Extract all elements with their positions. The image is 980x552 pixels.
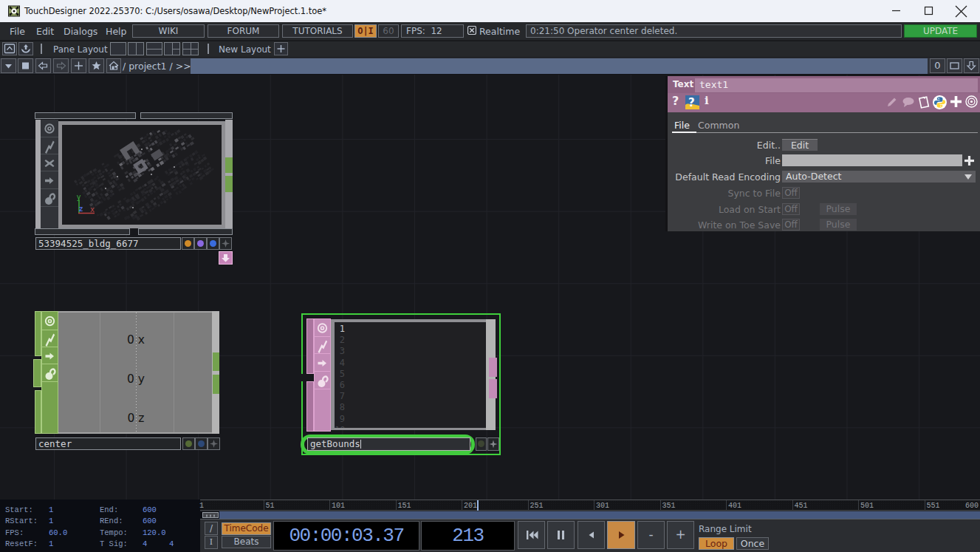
- beats-button[interactable]: Beats: [222, 536, 271, 548]
- close-icon[interactable]: [956, 6, 967, 17]
- update-button[interactable]: UPDATE: [904, 24, 977, 38]
- new-layout-add-button[interactable]: [274, 42, 288, 55]
- comment-bubble-icon[interactable]: [902, 97, 915, 108]
- play-button[interactable]: [607, 521, 635, 549]
- back-button[interactable]: [35, 58, 51, 73]
- chop-output-connector-1[interactable]: [213, 352, 219, 371]
- timeline-ruler[interactable]: 151101151201251301351401451501551600: [200, 500, 980, 511]
- timeline-range-bar[interactable]: [200, 511, 980, 519]
- bullseye-icon[interactable]: [965, 95, 978, 108]
- forward-button[interactable]: [53, 58, 69, 73]
- dat-output-connector-2[interactable]: [489, 379, 497, 398]
- file-input[interactable]: [782, 154, 962, 166]
- geo-top-tab-left[interactable]: [35, 112, 136, 119]
- chop-input-connector[interactable]: [33, 359, 41, 387]
- menu-file[interactable]: File: [10, 26, 25, 37]
- maximize-pane-button[interactable]: [2, 42, 17, 55]
- layout-single-button[interactable]: [110, 42, 126, 55]
- sync-toggle[interactable]: Off: [782, 187, 800, 199]
- export-flag[interactable]: [315, 355, 330, 372]
- bomb-flag[interactable]: [42, 365, 58, 382]
- geo-top-tab-right[interactable]: [140, 112, 233, 119]
- python-icon[interactable]: [933, 95, 947, 109]
- node-getbounds-selection[interactable]: 12345678910 getBounds: [301, 313, 501, 455]
- step-back-button[interactable]: -: [637, 521, 665, 549]
- menu-dialogs[interactable]: Dialogs: [64, 26, 97, 37]
- timecode-button[interactable]: TimeCode: [222, 522, 271, 535]
- wiki-button[interactable]: WIKI: [132, 24, 205, 38]
- viewer-active-flag[interactable]: [42, 312, 58, 330]
- geo-output-connector-2[interactable]: [225, 176, 233, 192]
- tab-file[interactable]: File: [674, 120, 690, 131]
- dat-left-tab-2[interactable]: [306, 381, 314, 432]
- geo-color-orange[interactable]: [182, 237, 194, 250]
- dat-color-dot[interactable]: [476, 437, 487, 451]
- tutorials-button[interactable]: TUTORIALS: [282, 24, 353, 38]
- pencil-icon[interactable]: [886, 96, 898, 108]
- write-toggle[interactable]: Off: [782, 219, 800, 231]
- chop-left-tab-1[interactable]: [35, 311, 41, 356]
- frames-mode-button[interactable]: /: [205, 522, 218, 535]
- info-icon[interactable]: i: [705, 94, 709, 107]
- layout-quad-button[interactable]: [182, 42, 199, 55]
- export-flag[interactable]: [42, 348, 58, 364]
- geo-output-connector-1[interactable]: [225, 157, 233, 173]
- reset-button[interactable]: [518, 521, 545, 549]
- beam-mode-button[interactable]: I: [205, 536, 218, 549]
- rename-input[interactable]: getBounds: [307, 437, 470, 451]
- play-reverse-button[interactable]: [578, 521, 605, 549]
- chop-color-blue[interactable]: [195, 437, 208, 450]
- dat-viewer[interactable]: 12345678910: [331, 319, 486, 430]
- python-help-icon[interactable]: ?: [685, 95, 699, 109]
- add-operator-button[interactable]: [71, 58, 86, 73]
- dat-comment-add[interactable]: [487, 437, 499, 451]
- edit-button[interactable]: Edit: [782, 139, 818, 151]
- bomb-flag[interactable]: [315, 372, 330, 389]
- chop-color-green[interactable]: [182, 437, 195, 450]
- chop-body[interactable]: 0 x 0 y 0 z: [58, 311, 212, 434]
- help-icon[interactable]: ?: [672, 94, 679, 108]
- children-count-button[interactable]: 0: [930, 58, 945, 73]
- chop-node-name[interactable]: center: [35, 437, 181, 450]
- write-pulse-button[interactable]: Pulse: [820, 219, 857, 231]
- node-center[interactable]: 0 x 0 y 0 z center: [33, 310, 219, 525]
- chop-left-tab-2[interactable]: [35, 390, 41, 434]
- realtime-label[interactable]: Realtime: [479, 26, 520, 37]
- dive-down-button[interactable]: [964, 58, 979, 73]
- fps-box[interactable]: FPS: 12: [401, 24, 464, 38]
- realtime-checkbox[interactable]: [467, 26, 476, 35]
- range-fill[interactable]: [219, 511, 980, 519]
- once-button[interactable]: Once: [736, 537, 769, 550]
- chop-comment-add[interactable]: [208, 437, 220, 450]
- range-handle[interactable]: [202, 512, 219, 519]
- geo-node-name[interactable]: 53394525_bldg_6677: [35, 237, 181, 250]
- stop-button[interactable]: [18, 58, 33, 73]
- load-toggle[interactable]: Off: [782, 203, 800, 215]
- playhead[interactable]: [477, 500, 479, 511]
- breadcrumb-path[interactable]: / project1 / >>: [123, 61, 191, 72]
- copy-page-icon[interactable]: [917, 95, 931, 109]
- bypass-flag[interactable]: [315, 338, 330, 354]
- display-flag[interactable]: [41, 155, 58, 171]
- geo-bottom-tab-right[interactable]: [138, 228, 233, 235]
- pickable-flag[interactable]: [41, 190, 58, 207]
- node-getbounds[interactable]: 12345678910: [306, 318, 496, 432]
- layout-left-right-split-button[interactable]: [164, 42, 180, 55]
- geo-comment-add[interactable]: [219, 237, 232, 250]
- geo-color-blue[interactable]: [207, 237, 219, 250]
- dat-output-connector-1[interactable]: [489, 358, 497, 377]
- menu-help[interactable]: Help: [106, 26, 127, 37]
- midi-value-box[interactable]: 60: [378, 24, 399, 38]
- viewer-active-flag[interactable]: [315, 319, 330, 337]
- float-pane-button[interactable]: [18, 42, 33, 55]
- geo-bottom-tab-left[interactable]: [35, 228, 130, 235]
- menu-edit[interactable]: Edit: [36, 26, 54, 37]
- viewer-active-flag[interactable]: [41, 120, 58, 137]
- geo-viewer[interactable]: y x z: [58, 121, 225, 228]
- bookmark-button[interactable]: [89, 58, 104, 73]
- encoding-dropdown[interactable]: Auto-Detect: [782, 171, 976, 183]
- render-flag[interactable]: [41, 172, 58, 189]
- layout-split-horizontal-button[interactable]: [146, 42, 162, 55]
- midi-oi-button[interactable]: O|I: [354, 24, 377, 38]
- step-forward-button[interactable]: +: [667, 521, 694, 549]
